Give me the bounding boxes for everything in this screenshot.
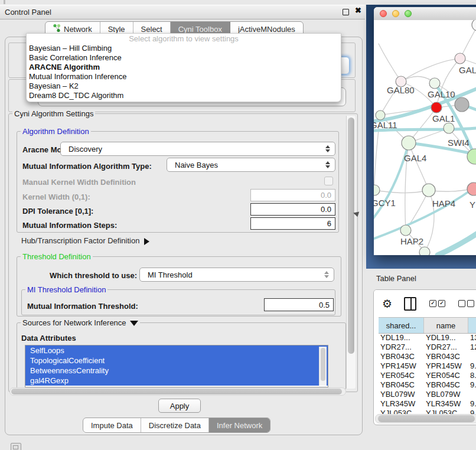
sources-title-toggle[interactable]: Sources for Network Inference <box>21 318 140 327</box>
dpi-tolerance-field[interactable]: 0.0 <box>250 203 335 216</box>
table-row[interactable]: YDR27...YDR27...12 <box>379 343 476 352</box>
list-scroll-thumb[interactable] <box>321 348 325 381</box>
hub-definition-label: Hub/Transcription Factor Definition <box>21 236 139 245</box>
settings-vertical-scrollbar[interactable] <box>346 116 356 389</box>
bottom-tabs: Impute DataDiscretize DataInfer Network <box>83 418 270 433</box>
kernel-width-label: Kernel Width (0,1): <box>22 193 90 201</box>
table-row[interactable]: YER054CYER054C8. <box>379 371 476 380</box>
close-traffic-light-icon[interactable] <box>380 10 387 17</box>
columns-icon[interactable] <box>404 297 416 311</box>
node-gal1-green[interactable] <box>444 123 454 133</box>
dropdown-item[interactable]: Bayesian – Hill Climbing <box>27 44 341 53</box>
table-body: YDL19...YDL19...13YDR27...YDR27...12YBR0… <box>379 333 476 425</box>
column-header-0[interactable]: shared... <box>379 318 424 333</box>
attribute-list-item[interactable]: gal4RGexp <box>25 376 328 386</box>
table-cell: YER054C <box>379 371 424 380</box>
dropdown-item[interactable]: Basic Correlation Inference <box>27 53 341 63</box>
table-panel-title: Table Panel <box>376 274 416 283</box>
table-cell: YDR27... <box>379 343 424 352</box>
node-hap2-label: HAP2 <box>400 236 423 246</box>
column-header-1[interactable]: name <box>424 318 468 333</box>
settings-scroll-thumb[interactable] <box>348 118 354 354</box>
aracne-mode-value: Discovery <box>69 142 102 155</box>
bottom-tab-infer-network[interactable]: Infer Network <box>209 418 270 432</box>
mi-type-value: Naive Bayes <box>175 158 218 171</box>
node-hap4[interactable] <box>422 184 435 197</box>
dropdown-item[interactable]: Dream8 DC_TDC Algorithm <box>27 91 341 100</box>
node-red[interactable] <box>431 102 442 113</box>
network-canvas[interactable]: GALGAL80GAL10GAL1GAL11SWI4GAL4HAP4YGCY1H… <box>374 20 476 255</box>
settings-horizontal-scrollbar[interactable] <box>9 387 346 396</box>
table-row[interactable]: YPR145WYPR145W9. <box>379 361 476 371</box>
mi-threshold-field[interactable]: 0.5 <box>264 298 334 311</box>
node-salmon[interactable] <box>467 182 476 195</box>
node-swi4[interactable] <box>467 149 476 164</box>
network-edge <box>374 190 429 193</box>
table-row[interactable]: YBR045CYBR045C9. <box>379 380 476 390</box>
kernel-width-field[interactable]: 0.0 <box>250 189 335 201</box>
node-gal10[interactable] <box>429 78 440 89</box>
attribute-list-item[interactable]: TopologicalCoefficient <box>25 356 328 366</box>
node-hap4-label: HAP4 <box>432 198 455 208</box>
bottom-tab-impute-data[interactable]: Impute Data <box>83 418 141 432</box>
hscroll-thumb[interactable] <box>11 389 342 394</box>
node-red-label: GAL1 <box>432 113 455 123</box>
network-edge <box>438 219 476 255</box>
table-hscroll-thumb[interactable] <box>378 415 475 422</box>
table-cell: YDR27... <box>424 343 468 352</box>
node-gcy1[interactable] <box>374 185 380 195</box>
table-row[interactable]: YBL079WYBL079W <box>379 390 476 399</box>
minimize-traffic-light-icon[interactable] <box>392 10 399 17</box>
table-header-row: shared...nameA <box>379 317 476 334</box>
node-gal80-label: GAL80 <box>387 85 415 95</box>
settings-group-title: Cyni Algorithm Settings <box>12 109 95 118</box>
table-cell: YER054C <box>424 371 468 380</box>
mi-steps-field[interactable]: 6 <box>250 217 335 230</box>
bottom-left-window-icon[interactable] <box>11 443 21 450</box>
deselect-all-checkboxes-icon[interactable] <box>458 300 474 307</box>
mi-type-combo[interactable]: Naive Bayes <box>167 158 335 172</box>
manual-kernel-checkbox[interactable] <box>324 177 333 185</box>
node-top-partial[interactable] <box>472 20 476 31</box>
apply-button[interactable]: Apply <box>158 399 201 413</box>
gear-icon[interactable]: ⚙ <box>382 297 392 311</box>
close-icon[interactable]: ✖ <box>355 6 361 15</box>
mi-type-label: Mutual Information Algorithm Type: <box>22 162 152 171</box>
dropdown-item[interactable]: Bayesian – K2 <box>27 81 341 91</box>
dpi-tolerance-label: DPI Tolerance [0,1]: <box>22 207 93 216</box>
table-row[interactable]: YLR345WYLR345W9. <box>379 399 476 409</box>
bottom-tab-label: Impute Data <box>91 421 133 430</box>
attribute-list-item[interactable]: BetweennessCentrality <box>25 366 328 376</box>
column-header-2[interactable]: A <box>468 318 476 333</box>
table-row[interactable]: YDL19...YDL19...13 <box>379 333 476 343</box>
mi-threshold-label: Mutual Information Threshold: <box>27 302 138 311</box>
control-panel-titlebar: Control Panel ✖ <box>0 5 365 19</box>
table-horizontal-scrollbar[interactable] <box>375 414 476 423</box>
select-all-checkboxes-icon[interactable]: ✓✓ <box>429 300 445 307</box>
node-gray[interactable] <box>455 97 469 112</box>
table-row[interactable]: YBR043CYBR043C <box>379 352 476 361</box>
tab-label: Network <box>64 25 92 34</box>
which-threshold-combo[interactable]: MI Threshold <box>139 268 334 282</box>
aracne-mode-combo[interactable]: Discovery <box>60 142 335 156</box>
network-view-window[interactable]: GALGAL80GAL10GAL1GAL11SWI4GAL4HAP4YGCY1H… <box>374 7 476 255</box>
table-cell <box>468 390 476 399</box>
node-hap2[interactable] <box>400 225 411 236</box>
zoom-traffic-light-icon[interactable] <box>405 10 412 17</box>
bottom-tab-discretize-data[interactable]: Discretize Data <box>141 418 209 432</box>
dropdown-item[interactable]: Mutual Information Inference <box>27 72 341 81</box>
table-cell: 9. <box>468 361 476 371</box>
attribute-list-item[interactable]: SelfLoops <box>25 345 328 356</box>
node-gal4-label: GAL4 <box>404 153 426 163</box>
node-bottom-partial[interactable] <box>419 247 430 255</box>
float-window-icon[interactable] <box>343 9 349 15</box>
dropdown-item[interactable]: ARACNE Algorithm <box>27 63 341 72</box>
hub-definition-toggle[interactable]: Hub/Transcription Factor Definition <box>21 236 149 245</box>
data-attributes-list[interactable]: SelfLoopsTopologicalCoefficientBetweenne… <box>25 345 328 387</box>
table-cell: YBL079W <box>424 390 468 399</box>
network-window-titlebar[interactable] <box>374 7 476 21</box>
list-scrollbar[interactable] <box>319 347 327 386</box>
node-gal11[interactable] <box>376 110 385 120</box>
node-gal4[interactable] <box>402 136 416 150</box>
node-gal-pink[interactable] <box>455 53 465 64</box>
